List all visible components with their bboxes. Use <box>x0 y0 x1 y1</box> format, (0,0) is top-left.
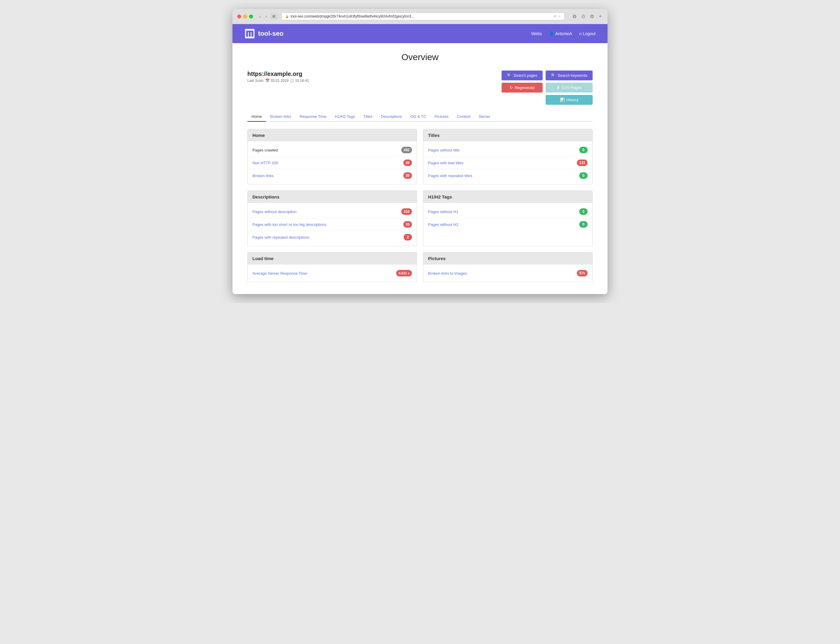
site-scan: Last Scan: 📅 03.01.2019 🕐 10:16:42 <box>247 79 309 83</box>
last-scan-label: Last Scan: <box>247 79 264 83</box>
window-icon[interactable]: ⧉ <box>589 13 595 20</box>
app-header: tool-seo Webs 👤 AntonioA ⎋ Logout <box>232 24 608 43</box>
minimize-dot[interactable] <box>243 15 247 18</box>
table-row[interactable]: Pages with repeated descriptions 2 <box>248 231 417 243</box>
table-row[interactable]: Pages with too short or too big descript… <box>248 218 417 231</box>
history-icon: 📊 <box>560 98 565 102</box>
table-row[interactable]: Pages without H1 0 <box>423 205 592 218</box>
tab-h1h2-tags[interactable]: H1/H2 Tags <box>331 112 359 121</box>
table-row[interactable]: Broken links to images 57s <box>423 267 592 279</box>
pages-bad-titles-label: Pages with bad titles <box>428 161 464 165</box>
logo-text: tool-seo <box>258 30 284 38</box>
pages-without-title-badge: 0 <box>579 147 588 153</box>
pages-crawled-badge: 492 <box>401 147 412 153</box>
webs-link[interactable]: Webs <box>531 31 542 36</box>
reload-icon[interactable]: ↺ <box>553 15 556 18</box>
table-row[interactable]: Pages without H2 0 <box>423 218 592 231</box>
username: AntonioA <box>555 31 572 36</box>
search-keywords-label: Search keywords <box>557 73 587 78</box>
pages-short-desc-label: Pages with too short or too big descript… <box>252 222 327 227</box>
browser-dots <box>237 15 253 18</box>
table-row[interactable]: Broken links 20 <box>248 169 417 182</box>
h1h2-card-header: H1/H2 Tags <box>423 191 592 203</box>
site-info: https://example.org Last Scan: 📅 03.01.2… <box>247 71 309 83</box>
browser-toolbar-right: ⚙ ⎙ ⧉ + <box>571 13 603 20</box>
action-buttons: 🔍 Search pages ↻ Regenerate 🔍 Search key… <box>501 71 593 105</box>
tab-pictures[interactable]: Pictures <box>431 112 453 121</box>
back-button[interactable]: ‹ <box>258 13 262 20</box>
table-row[interactable]: Pages without description 310 <box>248 205 417 218</box>
home-card-header: Home <box>248 129 417 141</box>
pictures-card: Pictures Broken links to images 57s <box>423 252 593 282</box>
pages-repeated-desc-label: Pages with repeated descriptions <box>252 235 309 240</box>
logo-area: tool-seo <box>244 28 284 39</box>
browser-titlebar: ‹ › ⊞ 🔒 tool-seo.com/web/dmpgk2t5r74nxh1… <box>232 9 608 24</box>
table-row[interactable]: Pages without title 0 <box>423 144 592 156</box>
share-icon[interactable]: ⎙ <box>581 13 586 20</box>
logout-label: Logout <box>583 31 596 36</box>
forward-button[interactable]: › <box>264 13 268 20</box>
main-content: Overview https://example.org Last Scan: … <box>232 43 608 294</box>
pages-without-title-label: Pages without title <box>428 148 460 152</box>
non-http-label: Non HTTP 200 <box>252 161 278 165</box>
table-row[interactable]: Pages with bad titles 133 <box>423 156 592 169</box>
titles-card-header: Titles <box>423 129 592 141</box>
svg-rect-4 <box>246 31 253 32</box>
new-tab-icon[interactable]: + <box>598 13 603 20</box>
h1h2-card-body: Pages without H1 0 Pages without H2 0 <box>423 203 592 233</box>
table-row[interactable]: Average Server Response Time 0.831 s <box>248 267 417 279</box>
search-pages-button[interactable]: 🔍 Search pages <box>501 71 542 80</box>
scan-time: 10:16:42 <box>295 79 309 83</box>
settings-icon[interactable]: ⚙ <box>571 13 578 20</box>
history-button[interactable]: 📊 History <box>546 95 593 105</box>
tab-og-tc[interactable]: OG & TC <box>406 112 431 121</box>
regenerate-button[interactable]: ↻ Regenerate <box>501 83 542 92</box>
page-title: Overview <box>247 52 593 62</box>
tab-content[interactable]: Content <box>453 112 475 121</box>
pages-without-desc-badge: 310 <box>401 208 412 215</box>
user-link[interactable]: 👤 AntonioA <box>549 31 572 36</box>
pages-without-h2-badge: 0 <box>579 221 588 228</box>
pages-without-h1-badge: 0 <box>579 208 588 215</box>
csv-pages-button[interactable]: ⬇ CSV Pages <box>546 83 593 92</box>
close-dot[interactable] <box>237 15 241 18</box>
maximize-dot[interactable] <box>249 15 253 18</box>
titles-card-body: Pages without title 0 Pages with bad tit… <box>423 141 592 184</box>
action-col-left: 🔍 Search pages ↻ Regenerate <box>501 71 542 105</box>
tab-broken-links[interactable]: Broken links <box>266 112 296 121</box>
tab-server[interactable]: Server <box>475 112 494 121</box>
header-nav: Webs 👤 AntonioA ⎋ Logout <box>531 31 596 36</box>
avg-server-response-label: Average Server Response Time <box>252 271 307 276</box>
browser-window: ‹ › ⊞ 🔒 tool-seo.com/web/dmpgk2t5r74nxh1… <box>232 9 608 294</box>
clock-icon: 🕐 <box>289 79 295 83</box>
pages-without-desc-label: Pages without description <box>252 210 296 214</box>
loadtime-card-body: Average Server Response Time 0.831 s <box>248 264 417 282</box>
table-row[interactable]: Non HTTP 200 20 <box>248 156 417 169</box>
tab-descriptions[interactable]: Descriptions <box>376 112 406 121</box>
pages-crawled-label: Pages crawled <box>252 148 278 152</box>
regenerate-icon: ↻ <box>510 85 513 90</box>
table-row[interactable]: Pages with repeated titles 0 <box>423 169 592 182</box>
pages-repeated-titles-badge: 0 <box>579 172 588 179</box>
tab-titles[interactable]: Titles <box>359 112 377 121</box>
tab-response-time[interactable]: Response Time <box>296 112 331 121</box>
logout-icon: ⎋ <box>579 31 582 36</box>
titles-card: Titles Pages without title 0 Pages with … <box>423 129 593 184</box>
lock-icon: 🔒 <box>285 15 289 18</box>
cards-grid: Home Pages crawled 492 Non HTTP 200 20 B… <box>247 129 593 282</box>
descriptions-card-body: Pages without description 310 Pages with… <box>248 203 417 246</box>
browser-urlbar[interactable]: 🔒 tool-seo.com/web/dmpgk2t5r74nxh1o63fyf… <box>281 13 564 20</box>
broken-links-label: Broken links <box>252 174 274 178</box>
csv-pages-label: CSV Pages <box>562 85 582 90</box>
bookmark-icon[interactable]: ☆ <box>558 15 561 18</box>
table-row: Pages crawled 492 <box>248 144 417 156</box>
logout-link[interactable]: ⎋ Logout <box>579 31 596 36</box>
logo-icon <box>244 28 255 39</box>
scan-date: 03.01.2019 <box>271 79 288 83</box>
search-pages-label: Search pages <box>513 73 537 78</box>
search-keywords-button[interactable]: 🔍 Search keywords <box>546 71 593 80</box>
pages-repeated-titles-label: Pages with repeated titles <box>428 174 472 178</box>
tab-button[interactable]: ⊞ <box>270 13 278 20</box>
pages-short-desc-badge: 33 <box>403 221 412 228</box>
tab-home[interactable]: Home <box>247 112 266 122</box>
